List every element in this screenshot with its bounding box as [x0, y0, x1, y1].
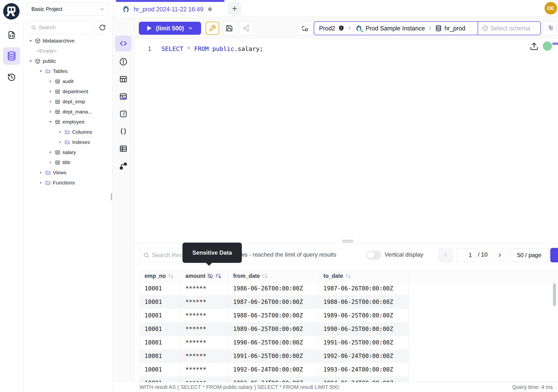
cell-to-date[interactable]: 1993-06-24T00:00:00Z — [319, 363, 409, 376]
add-tab-button[interactable]: + — [228, 2, 241, 15]
cell-from-date[interactable]: 1993-06-24T00:00:00Z — [228, 376, 319, 382]
column-header-amount[interactable]: amount — [181, 270, 228, 281]
tree-item-columns[interactable]: Columns — [23, 127, 113, 137]
cell-to-date[interactable]: 1988-06-25T00:00:00Z — [319, 295, 409, 309]
tree-item-tables[interactable]: Tables — [23, 66, 113, 76]
cell-amount-masked[interactable]: ****** — [181, 295, 228, 309]
refresh-schema-button[interactable] — [96, 21, 109, 34]
instance-segment[interactable]: Prod Sample Instance — [355, 24, 425, 32]
sort-icon-active[interactable] — [215, 273, 222, 279]
table-row[interactable]: 10001******1987-06-26T00:00:00Z1988-06-2… — [140, 295, 409, 309]
table-row[interactable]: 10001******1992-06-24T00:00:00Z1993-06-2… — [140, 363, 409, 376]
prev-page-button[interactable] — [439, 248, 453, 262]
cell-to-date[interactable]: 1990-06-25T00:00:00Z — [319, 322, 409, 336]
strip-tables-button[interactable] — [119, 75, 128, 84]
cell-to-date[interactable]: 1987-06-26T00:00:00Z — [319, 282, 409, 295]
cell-emp-no[interactable]: 10001 — [140, 363, 181, 376]
panel-resize-handle[interactable] — [342, 242, 353, 242]
tree-item-views[interactable]: Views — [23, 167, 113, 178]
cell-to-date[interactable]: 1994-06-24T00:00:00Z — [319, 376, 409, 382]
cell-emp-no[interactable]: 10001 — [140, 349, 181, 363]
tree-item-public[interactable]: public — [23, 56, 113, 66]
tree-item-audit[interactable]: audit — [23, 76, 113, 87]
strip-procedures-button[interactable] — [119, 127, 128, 136]
environment-segment[interactable]: Prod2 — [319, 25, 345, 32]
tree-item-indexes[interactable]: Indexes — [23, 137, 113, 147]
cell-to-date[interactable]: 1991-06-25T00:00:00Z — [319, 336, 409, 349]
cell-from-date[interactable]: 1989-06-25T00:00:00Z — [228, 322, 319, 336]
table-row[interactable]: 10001******1986-06-26T00:00:00Z1987-06-2… — [140, 282, 409, 295]
cell-from-date[interactable]: 1986-06-26T00:00:00Z — [228, 282, 319, 295]
cell-emp-no[interactable]: 10001 — [140, 309, 181, 322]
connection-breadcrumb[interactable]: Prod2 Prod Sample Instance hr_prod Selec… — [314, 21, 541, 35]
rail-history-button[interactable] — [3, 69, 20, 86]
strip-data-masking-button[interactable] — [119, 92, 128, 101]
table-row[interactable]: 10001******1988-06-25T00:00:00Z1989-06-2… — [140, 309, 409, 322]
tree-item-department[interactable]: department — [23, 87, 113, 96]
cell-from-date[interactable]: 1990-06-25T00:00:00Z — [228, 336, 319, 349]
save-button[interactable] — [223, 22, 236, 35]
sort-icon[interactable] — [168, 273, 174, 279]
table-row[interactable]: 10001******1993-06-24T00:00:00Z1994-06-2… — [140, 376, 409, 382]
chevron-down-icon[interactable] — [188, 26, 193, 31]
tree-item-employee[interactable]: employee — [23, 117, 113, 127]
export-button-clipped[interactable] — [550, 248, 558, 262]
cell-to-date[interactable]: 1992-06-24T00:00:00Z — [319, 349, 409, 363]
upload-sql-button[interactable] — [530, 42, 539, 51]
cell-amount-masked[interactable]: ****** — [181, 376, 228, 382]
cell-amount-masked[interactable]: ****** — [181, 322, 228, 336]
tree-item-title[interactable]: title — [23, 157, 113, 167]
tree-item-dept-emp[interactable]: dept_emp — [23, 96, 113, 107]
cell-emp-no[interactable]: 10001 — [140, 295, 181, 309]
cell-emp-no[interactable]: 10001 — [140, 376, 181, 382]
cell-emp-no[interactable]: 10001 — [140, 336, 181, 349]
format-sql-button[interactable] — [206, 22, 219, 35]
sidebar-search[interactable] — [27, 21, 93, 34]
cell-amount-masked[interactable]: ****** — [181, 349, 228, 363]
column-header-emp-no[interactable]: emp_no — [140, 270, 181, 281]
cell-amount-masked[interactable]: ****** — [181, 309, 228, 322]
disconnect-button[interactable] — [297, 22, 312, 35]
schema-select[interactable]: Select schema — [478, 25, 541, 32]
results-scrollbar-thumb[interactable] — [553, 283, 556, 306]
strip-external-tables-button[interactable] — [119, 144, 128, 153]
sidebar-resize-handle[interactable] — [111, 193, 112, 200]
column-header-to-date[interactable]: to_date — [319, 270, 409, 281]
table-row[interactable]: 10001******1989-06-25T00:00:00Z1990-06-2… — [140, 322, 409, 336]
tree-item-dept-manager[interactable]: dept_mana... — [23, 107, 113, 117]
cell-amount-masked[interactable]: ****** — [181, 363, 228, 376]
sql-editor[interactable]: 1 SELECT * FROM public.salary; — [134, 39, 558, 243]
tree-item-functions[interactable]: Functions — [23, 178, 113, 188]
run-query-button[interactable]: (limit 500) — [139, 22, 201, 35]
cell-from-date[interactable]: 1988-06-25T00:00:00Z — [228, 309, 319, 322]
strip-schema-diagram-button[interactable] — [119, 161, 128, 171]
page-number-input[interactable] — [456, 248, 475, 262]
tab-hr-prod[interactable]: hr_prod 2024-11-22 16:49 — [116, 0, 225, 17]
cell-amount-masked[interactable]: ****** — [181, 336, 228, 349]
project-select[interactable]: Basic Project — [27, 2, 109, 16]
sort-icon[interactable] — [345, 273, 351, 279]
cell-from-date[interactable]: 1991-06-25T00:00:00Z — [228, 349, 319, 363]
column-header-from-date[interactable]: from_date — [228, 270, 319, 281]
panel-resize-handle[interactable] — [342, 240, 353, 241]
table-row[interactable]: 10001******1990-06-25T00:00:00Z1991-06-2… — [140, 336, 409, 349]
tree-item-salary[interactable]: salary — [23, 147, 113, 157]
vertical-display-toggle[interactable] — [366, 251, 381, 260]
cell-emp-no[interactable]: 10001 — [140, 322, 181, 336]
rail-database-button[interactable] — [3, 47, 20, 65]
sort-icon[interactable] — [262, 273, 268, 279]
strip-functions-button[interactable]: f — [119, 109, 128, 119]
strip-info-button[interactable] — [119, 57, 128, 66]
cell-emp-no[interactable]: 10001 — [140, 282, 181, 295]
strip-code-button[interactable] — [115, 35, 131, 52]
sidebar-search-input[interactable] — [39, 21, 89, 34]
database-segment[interactable]: hr_prod — [435, 25, 465, 32]
next-page-button[interactable] — [493, 248, 507, 262]
cell-to-date[interactable]: 1989-06-25T00:00:00Z — [319, 309, 409, 322]
avatar[interactable]: DE — [544, 2, 557, 15]
cell-from-date[interactable]: 1987-06-26T00:00:00Z — [228, 295, 319, 309]
table-row[interactable]: 10001******1991-06-25T00:00:00Z1992-06-2… — [140, 349, 409, 363]
rail-worksheet-button[interactable] — [3, 26, 20, 44]
page-size-select[interactable]: 50 / page — [510, 248, 548, 262]
tree-item-bbdataarchive[interactable]: bbdataarchive — [23, 36, 113, 46]
